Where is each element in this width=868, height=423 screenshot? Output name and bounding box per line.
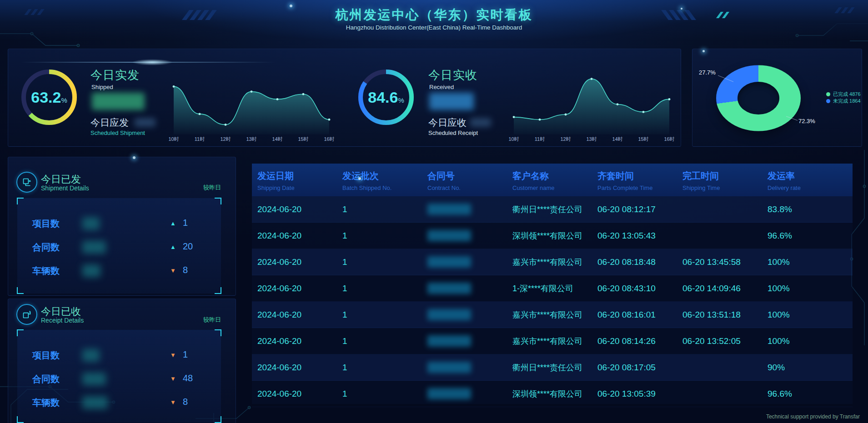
legend-color-dot: [826, 99, 830, 103]
table-row: 2024-06-201深圳领****有限公司06-20 13:05:3996.6…: [252, 381, 853, 407]
cell-shipping-time: 06-20 13:45:58: [682, 257, 768, 267]
trend-up-icon: ▲: [170, 220, 176, 227]
column-header-en: Customer name: [512, 184, 597, 191]
x-axis-tick-label: 10时: [164, 136, 184, 143]
table-row: 2024-06-201嘉兴市****有限公司06-20 08:18:4806-2…: [252, 249, 853, 275]
received-value-blurred: [429, 93, 474, 110]
cell-delivery-rate: 83.8%: [768, 204, 853, 214]
x-axis-tick-label: 16时: [659, 136, 679, 143]
trend-up-icon: ▲: [170, 244, 176, 250]
cell-shipping-date: 2024-06-20: [257, 363, 342, 373]
dashboard-root: 杭州发运中心（华东）实时看板 Hangzhou Distribution Cen…: [0, 0, 868, 423]
cell-parts-complete-time: 06-20 08:14:26: [597, 336, 682, 346]
x-axis-tick-label: 15时: [293, 136, 313, 143]
table-row: 2024-06-201嘉兴市****有限公司06-20 08:14:2606-2…: [252, 328, 853, 354]
trend-down-icon: ▼: [170, 399, 176, 406]
stat-row: 车辆数▼8: [17, 395, 221, 410]
stat-delta-value: 8: [183, 265, 188, 275]
column-header-zh: 客户名称: [512, 170, 597, 182]
cell-contract-no: [427, 230, 512, 241]
stat-row: 合同数▲20: [17, 240, 221, 254]
scheduled-receipt-sublabel: Scheduled Receipt: [428, 129, 478, 136]
cell-delivery-rate: 90%: [768, 363, 853, 373]
receipt-details-panel: 今日已收 Receipt Details 较昨日 项目数▼1合同数▼48车辆数▼…: [8, 299, 236, 423]
x-axis-tick-label: 11时: [190, 136, 210, 143]
donut-legend: 已完成 4876未完成 1864: [826, 91, 861, 105]
shipment-details-panel: 今日已发 Shipment Details 较昨日 项目数▲1合同数▲20车辆数…: [8, 157, 236, 296]
gauge-percent-value: 84.6%: [357, 68, 415, 126]
cell-batch-no: 1: [342, 336, 427, 346]
cell-batch-no: 1: [342, 363, 427, 373]
cell-parts-complete-time: 06-20 08:12:17: [597, 204, 682, 214]
table-column-header: 发运率Delivery rate: [768, 164, 853, 196]
receipt-panel-subtitle: Receipt Details: [41, 317, 84, 324]
contract-no-blurred: [427, 388, 471, 399]
x-axis-tick-label: 13时: [582, 136, 602, 143]
table-row: 2024-06-201衢州日****责任公司06-20 08:12:1783.8…: [252, 196, 853, 223]
cell-shipping-time: 06-20 13:52:05: [682, 336, 768, 346]
cell-customer-name: 衢州日****责任公司: [512, 362, 597, 373]
shipment-stats-box: 项目数▲1合同数▲20车辆数▼8: [17, 198, 221, 294]
received-subtitle: Received: [429, 84, 454, 90]
cell-contract-no: [427, 362, 512, 373]
table-row: 2024-06-201深圳领****有限公司06-20 13:05:4396.6…: [252, 223, 853, 249]
table-column-header: 客户名称Customer name: [512, 164, 597, 196]
scheduled-shipment-sublabel: Scheduled Shipment: [90, 129, 145, 136]
stat-delta-value: 1: [183, 349, 188, 360]
cell-customer-name: 深圳领****有限公司: [512, 230, 597, 241]
scheduled-shipment-value-blurred: [135, 118, 156, 127]
glow-dot: [681, 8, 682, 10]
cell-customer-name: 嘉兴市****有限公司: [512, 309, 597, 320]
shipped-gauge: 63.2%: [20, 68, 78, 126]
cell-parts-complete-time: 06-20 08:16:01: [597, 310, 682, 320]
scheduled-shipment-label: 今日应发: [90, 116, 129, 129]
cell-shipping-date: 2024-06-20: [257, 389, 342, 399]
cell-shipping-date: 2024-06-20: [257, 336, 342, 346]
contract-no-blurred: [427, 335, 471, 347]
stat-value-blurred: [82, 396, 108, 409]
table-column-header: 发运批次Batch Shipped No.: [342, 164, 427, 196]
receipt-compare-label: 较昨日: [203, 316, 221, 324]
stat-row: 项目数▼1: [17, 348, 221, 363]
donut-label-finished-pct: 72.3%: [798, 118, 815, 124]
table-column-header: 合同号Contract No.: [427, 164, 512, 196]
cell-parts-complete-time: 06-20 13:05:39: [597, 389, 682, 399]
column-header-zh: 完工时间: [682, 170, 768, 182]
stat-label: 项目数: [32, 218, 60, 230]
cell-contract-no: [427, 388, 512, 399]
stat-value-blurred: [82, 241, 106, 254]
cell-parts-complete-time: 06-20 08:18:48: [597, 257, 682, 267]
cell-delivery-rate: 100%: [768, 310, 853, 320]
received-title: 今日实收: [428, 67, 477, 83]
x-axis-tick-label: 14时: [607, 136, 627, 143]
stat-value-blurred: [82, 264, 100, 277]
column-header-zh: 发运批次: [342, 170, 427, 182]
table-row: 2024-06-201衢州日****责任公司06-20 08:17:0590%: [252, 354, 853, 381]
column-header-en: Parts Complete Time: [597, 184, 682, 191]
table-column-header: 齐套时间Parts Complete Time: [597, 164, 682, 196]
stat-value-blurred: [82, 217, 100, 230]
column-header-en: Delivery rate: [768, 184, 853, 191]
completion-donut-panel: 27.7% 72.3% 已完成 4876未完成 1864: [692, 49, 862, 147]
cell-batch-no: 1: [342, 231, 427, 241]
shipment-compare-label: 较昨日: [203, 184, 221, 192]
stat-value-blurred: [82, 349, 100, 362]
shipped-hourly-chart: 10时11时12时13时14时15时16时: [167, 71, 336, 162]
shipment-table-panel: 发运日期Shipping Date发运批次Batch Shipped No.合同…: [252, 164, 853, 404]
legend-item: 未完成 1864: [826, 98, 861, 105]
contract-no-blurred: [427, 309, 471, 320]
column-header-zh: 齐套时间: [597, 170, 682, 182]
x-axis-tick-label: 13时: [241, 136, 261, 143]
shipment-panel-subtitle: Shipment Details: [41, 184, 89, 192]
cell-customer-name: 1-深****有限公司: [512, 283, 597, 294]
cell-delivery-rate: 100%: [768, 257, 853, 267]
contract-no-blurred: [427, 256, 471, 268]
table-row: 2024-06-201嘉兴市****有限公司06-20 08:16:0106-2…: [252, 302, 853, 328]
x-axis-tick-label: 14时: [267, 136, 287, 143]
cell-contract-no: [427, 256, 512, 268]
receipt-stats-box: 项目数▼1合同数▼48车辆数▼8: [17, 330, 221, 423]
light-flare: [132, 59, 173, 65]
page-subtitle: Hangzhou Distribution Center(East China)…: [0, 24, 868, 31]
kpi-panel: 63.2% 今日实发 Shipped 今日应发 Scheduled Shipme…: [8, 49, 681, 147]
cell-shipping-date: 2024-06-20: [257, 257, 342, 267]
